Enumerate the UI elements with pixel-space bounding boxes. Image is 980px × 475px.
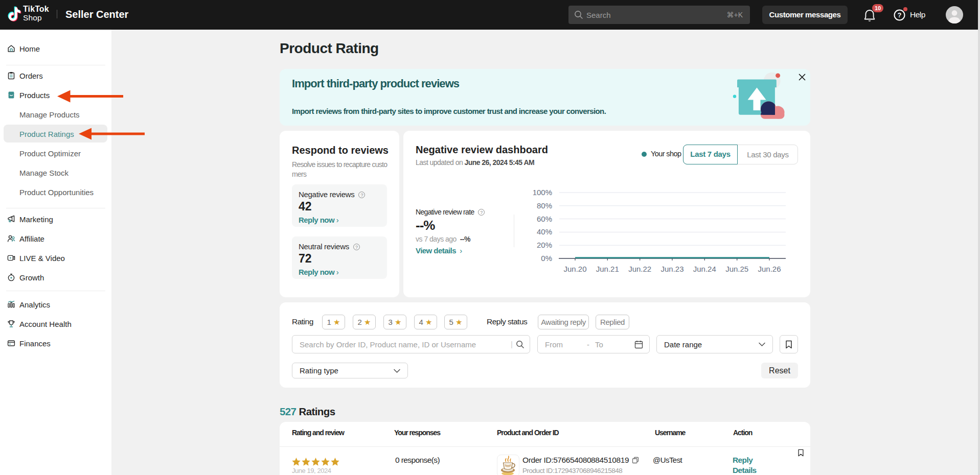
- svg-text:40%: 40%: [537, 227, 552, 236]
- svg-text:Jun.21: Jun.21: [596, 265, 619, 273]
- svg-text:20%: 20%: [537, 241, 552, 249]
- svg-text:Jun.24: Jun.24: [693, 265, 716, 273]
- svg-text:0%: 0%: [541, 254, 552, 263]
- svg-text:80%: 80%: [537, 201, 552, 210]
- svg-text:100%: 100%: [533, 188, 552, 197]
- svg-text:Jun.22: Jun.22: [628, 265, 651, 273]
- svg-text:Jun.25: Jun.25: [725, 265, 748, 273]
- svg-text:Jun.26: Jun.26: [758, 265, 781, 273]
- svg-text:60%: 60%: [537, 215, 552, 223]
- svg-text:Jun.23: Jun.23: [660, 265, 683, 273]
- svg-text:Jun.20: Jun.20: [563, 265, 586, 273]
- svg-text:?: ?: [898, 11, 902, 19]
